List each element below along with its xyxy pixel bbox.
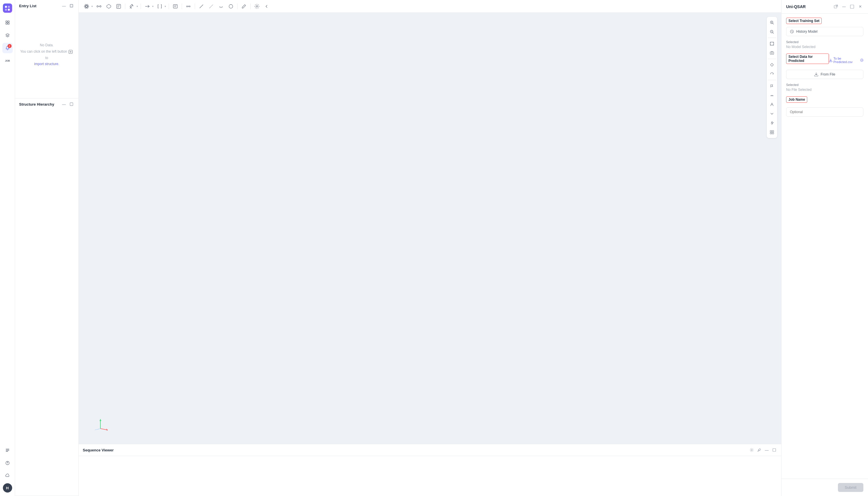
notification-badge: 2 [7,44,12,48]
svg-rect-9 [70,4,73,7]
svg-point-17 [100,5,101,7]
svg-rect-57 [772,130,774,132]
svg-rect-2 [6,23,7,24]
nav-list-icon[interactable] [2,445,13,455]
structure-hierarchy-actions: — [61,101,74,107]
template-button[interactable] [114,2,123,11]
entry-list-title: Entry List [19,4,36,8]
left-navigation: 2 JOB H [0,0,15,496]
3d-axis-indicator [93,417,108,432]
minimize-entry-list-button[interactable]: — [61,3,67,9]
bracket-tool-group: ▾ [155,2,167,11]
rp-minimize-button[interactable]: — [841,3,847,10]
lightning-button[interactable] [768,119,776,127]
text-button[interactable] [171,2,180,11]
svg-rect-42 [770,42,774,45]
bond-button[interactable] [95,2,103,11]
dropdown-button[interactable] [768,110,776,118]
erase-dropdown-arrow[interactable]: ▾ [136,5,139,8]
svg-point-8 [7,464,7,464]
reaction-button[interactable] [184,2,193,11]
job-name-input[interactable] [786,107,863,117]
grid-button[interactable] [768,128,776,136]
sv-settings-button[interactable] [749,447,755,453]
structure-hierarchy-title: Structure Hierarchy [19,102,54,107]
svg-point-65 [751,449,752,451]
nav-add-icon[interactable] [2,17,13,28]
predicted-selected-value: No File Selected [786,88,863,92]
nav-cloud-icon[interactable] [2,470,13,481]
user-avatar[interactable]: H [3,483,12,493]
slice-button[interactable] [768,100,776,109]
settings-button[interactable] [253,2,261,11]
nav-notifications-icon[interactable]: 2 [2,43,13,53]
logo-dot-3 [5,9,7,11]
predicted-section-row: Select Data for Predicted To be Predicte… [786,53,863,67]
rp-expand-button[interactable] [849,3,855,10]
flag-button[interactable] [768,82,776,90]
crosshair-button[interactable] [768,61,776,69]
entry-list-body: No Data. You can click on the left butto… [15,12,78,98]
expand-structure-button[interactable] [68,101,74,107]
svg-marker-61 [99,419,101,421]
sequence-viewer-header: Sequence Viewer — [79,444,781,456]
dashed-line-button[interactable] [207,2,216,11]
submit-button[interactable]: Submit [838,483,863,492]
history-model-button[interactable]: History Model [786,27,863,36]
logo-dot-4 [8,9,10,11]
svg-point-45 [771,64,773,66]
ruler-button[interactable] [768,91,776,99]
zoom-in-button[interactable] [768,18,776,27]
logo-dots [5,6,10,11]
arrow-dropdown-arrow[interactable]: ▾ [152,5,154,8]
screenshot-button[interactable] [768,49,776,57]
sv-pin-button[interactable] [756,447,762,453]
select-training-set-section: Select Training Set History Model Select… [786,18,863,49]
atom-button[interactable] [82,2,91,11]
sv-minimize-button[interactable]: — [764,447,770,453]
select-data-predicted-section: Select Data for Predicted To be Predicte… [786,53,863,92]
rotate-button[interactable] [768,70,776,78]
atom-dropdown-arrow[interactable]: ▾ [91,5,93,8]
pencil-button[interactable] [240,2,248,11]
sv-expand-button[interactable] [771,447,777,453]
left-panels: Entry List — No Data. You can click on t… [15,0,79,496]
circle-button[interactable] [226,2,235,11]
minimize-structure-button[interactable]: — [61,101,67,107]
svg-rect-0 [6,21,7,22]
expand-entry-list-button[interactable] [68,3,74,9]
nav-job-icon[interactable]: JOB [2,56,13,66]
ring-button[interactable] [105,2,113,11]
app-logo [3,3,12,13]
rp-close-button[interactable]: ✕ [857,3,863,10]
to-be-predicted-link[interactable]: To be Predicted.csv [829,57,863,64]
line-button[interactable] [197,2,206,11]
nav-layers-icon[interactable] [2,30,13,41]
erase-button[interactable] [127,2,136,11]
erase-tool-group: ▾ [127,2,139,11]
select-data-for-predicted-label: Select Data for Predicted [786,53,829,64]
no-data-message: No Data. You can click on the left butto… [20,42,74,67]
main-toolbar: ▾ ▾ ▾ [79,0,781,13]
sequence-viewer-panel: Sequence Viewer — [79,444,781,496]
center-area: ▾ ▾ ▾ [79,0,781,496]
fit-view-button[interactable] [768,40,776,48]
zoom-out-button[interactable] [768,28,776,36]
entry-list-actions: — [61,3,74,9]
rp-popout-button[interactable] [833,3,839,10]
bracket-dropdown-arrow[interactable]: ▾ [164,5,167,8]
wavy-line-button[interactable] [217,2,225,11]
uni-qsar-footer: Submit [782,479,868,496]
bracket-button[interactable] [155,2,164,11]
svg-rect-68 [850,5,854,9]
from-file-button[interactable]: From File [786,70,863,79]
nav-help-icon[interactable] [2,458,13,468]
chevron-left-button[interactable] [263,2,271,11]
select-training-set-label: Select Training Set [786,18,822,24]
import-structure-link[interactable]: import structure. [34,62,59,66]
arrow-button[interactable] [143,2,152,11]
svg-rect-58 [770,133,772,134]
svg-point-71 [862,61,862,61]
molecular-canvas[interactable] [79,13,781,444]
atom-tool-group: ▾ [82,2,93,11]
